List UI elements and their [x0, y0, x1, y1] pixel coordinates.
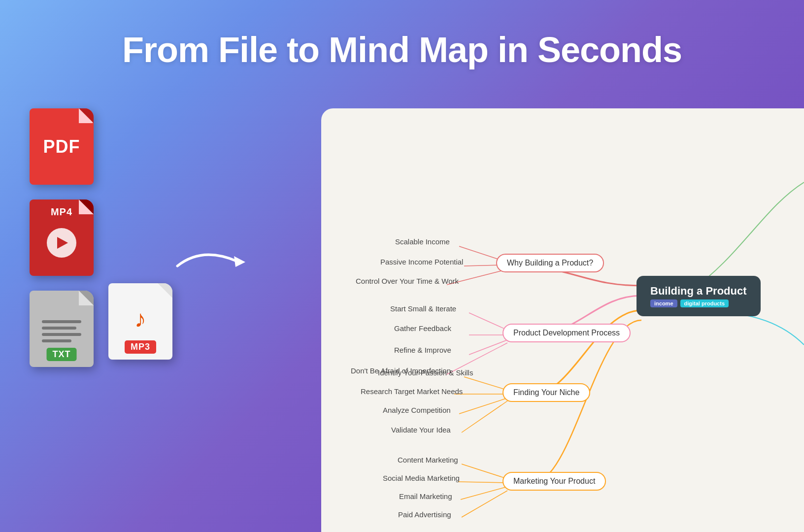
- leaf-paid: Paid Advertising: [398, 510, 451, 519]
- leaf-passive: Passive Income Potential: [380, 258, 463, 266]
- branch-niche-label: Finding Your Niche: [513, 388, 579, 397]
- branch-product-label: Product Development Process: [513, 329, 620, 337]
- leaf-validate: Validate Your Idea: [391, 426, 451, 434]
- svg-line-6: [469, 340, 507, 355]
- leaf-email: Email Marketing: [399, 492, 452, 500]
- branch-marketing: Marketing Your Product: [502, 472, 606, 491]
- svg-line-13: [458, 482, 507, 483]
- svg-marker-0: [234, 256, 245, 267]
- svg-line-4: [469, 313, 507, 330]
- leaf-control: Control Over Your Time & Work: [356, 277, 459, 285]
- txt-line: [42, 327, 76, 330]
- txt-line: [42, 339, 71, 342]
- mp4-icon: MP4: [30, 200, 94, 276]
- center-node: Building a Product income digital produc…: [636, 276, 761, 316]
- txt-lines: [42, 320, 81, 342]
- svg-line-12: [462, 464, 507, 479]
- branch-why: Why Building a Product?: [496, 254, 604, 272]
- files-area: PDF MP4 TXT ♪: [30, 108, 172, 367]
- arrow-icon: [172, 241, 251, 281]
- arrow-area: [172, 241, 251, 283]
- center-node-text: Building a Product: [650, 285, 747, 298]
- txt-line: [42, 320, 81, 323]
- leaf-content: Content Marketing: [398, 456, 458, 464]
- mp4-label: MP4: [51, 206, 72, 218]
- mp3-badge: MP3: [125, 340, 156, 354]
- leaf-scalable: Scalable Income: [395, 237, 450, 246]
- mp3-icon: ♪ MP3: [108, 283, 172, 360]
- play-triangle-icon: [57, 237, 68, 249]
- title-area: From File to Mind Map in Seconds: [0, 0, 804, 70]
- svg-line-14: [461, 487, 507, 499]
- svg-line-1: [459, 246, 501, 260]
- page-title: From File to Mind Map in Seconds: [0, 30, 804, 70]
- branch-why-label: Why Building a Product?: [507, 259, 593, 267]
- mindmap-panel: Building a Product income digital produc…: [321, 108, 804, 532]
- pdf-label: PDF: [43, 136, 80, 157]
- leaf-social: Social Media Marketing: [383, 474, 460, 482]
- leaf-start-small: Start Small & Iterate: [390, 304, 456, 313]
- leaf-refine: Refine & Improve: [394, 346, 451, 354]
- mp3-note-icon: ♪: [134, 305, 146, 332]
- svg-line-2: [464, 265, 501, 266]
- svg-line-11: [462, 401, 507, 432]
- branch-marketing-label: Marketing Your Product: [513, 477, 595, 485]
- leaf-passion: Identify Your Passion & Skills: [378, 368, 473, 377]
- mindmap-canvas: Building a Product income digital produc…: [321, 108, 804, 532]
- connections-svg: [321, 108, 804, 532]
- files-row: MP4 TXT ♪ MP3: [30, 200, 172, 367]
- svg-line-10: [459, 398, 507, 414]
- leaf-analyze: Analyze Competition: [383, 406, 451, 414]
- txt-line: [42, 333, 81, 336]
- pdf-icon: PDF: [30, 108, 94, 185]
- tag-income: income: [650, 299, 677, 307]
- txt-icon: TXT: [30, 291, 94, 367]
- txt-badge: TXT: [47, 348, 77, 361]
- svg-line-15: [462, 491, 507, 517]
- mp4-play-circle: [47, 228, 76, 258]
- leaf-gather: Gather Feedback: [394, 324, 451, 332]
- branch-niche: Finding Your Niche: [502, 383, 590, 402]
- svg-line-8: [464, 377, 507, 390]
- tag-digital: digital products: [680, 299, 729, 307]
- node-tags: income digital products: [650, 299, 747, 307]
- branch-product: Product Development Process: [502, 324, 631, 342]
- leaf-research: Research Target Market Needs: [361, 387, 463, 396]
